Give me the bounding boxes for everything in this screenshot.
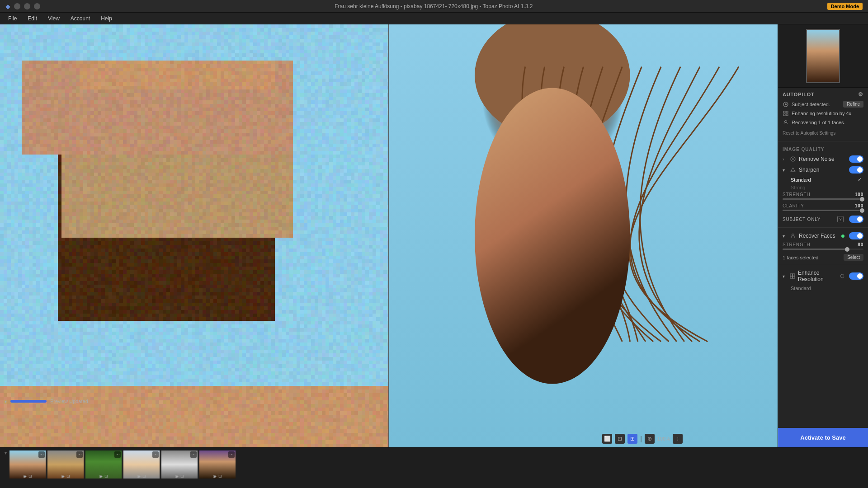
subject-detected-text: Subject detected. <box>792 102 840 107</box>
close-button[interactable] <box>34 3 40 9</box>
recovering-row: Recovering 1 of 1 faces. <box>778 118 868 127</box>
enhancing-text: Enhancing resolution by 4x. <box>792 111 853 116</box>
subject-only-label: SUBJECT ONLY <box>783 217 835 222</box>
thumb-menu-4[interactable]: ⋯ <box>190 451 197 458</box>
clarity-track <box>783 210 863 211</box>
thumbnail-item-0[interactable]: ⋯ ◉ ⊡ <box>9 450 46 486</box>
recover-faces-icon <box>790 233 796 239</box>
layout-side-btn[interactable]: ⊞ <box>627 434 637 444</box>
sharpen-icon <box>790 167 796 173</box>
section-divider-1 <box>778 141 868 141</box>
thumbnail-item-4[interactable]: ⋯ ◉ ⊡ <box>161 450 198 486</box>
autopilot-gear-icon[interactable]: ⚙ <box>858 91 863 98</box>
remove-noise-icon <box>790 156 796 162</box>
thumb-menu-5[interactable]: ⋯ <box>228 451 235 458</box>
sharpen-label: Sharpen <box>799 167 846 173</box>
thumb-action-icon-3b: ⊡ <box>142 474 146 479</box>
clarity-thumb[interactable] <box>860 208 864 213</box>
thumb-action-icon-3a: ◉ <box>137 474 141 479</box>
thumbnail-item-1[interactable]: ⋯ ◉ ⊡ <box>47 450 84 486</box>
expand-icon-btn[interactable]: ↕ <box>673 434 683 444</box>
sharpen-strength-section: STRENGTH 100 <box>778 191 868 202</box>
titlebar-left: ◆ <box>5 3 40 10</box>
thumb-menu-0[interactable]: ⋯ <box>38 451 45 458</box>
enhanced-canvas <box>389 24 778 447</box>
remove-noise-chevron: › <box>783 157 787 162</box>
faces-count-label: 1 faces selected <box>783 255 819 260</box>
enhance-resolution-row[interactable]: ▾ Enhance Resolution <box>778 268 868 284</box>
thumb-action-icon-4b: ⊡ <box>180 474 184 479</box>
recover-faces-toggle[interactable] <box>849 232 863 239</box>
activate-save-button[interactable]: Activate to Save <box>778 428 868 447</box>
recover-faces-strength-section: STRENGTH 80 <box>778 241 868 253</box>
bottom-filmstrip: ▾ ⋯ ◉ ⊡ ⋯ ◉ ⊡ ⋯ ◉ ⊡ <box>0 447 868 488</box>
thumb-menu-1[interactable]: ⋯ <box>76 451 83 458</box>
thumb-menu-2[interactable]: ⋯ <box>114 451 121 458</box>
subject-only-toggle[interactable] <box>849 216 863 223</box>
minimize-button[interactable] <box>14 3 20 9</box>
main-thumbnail <box>806 29 840 83</box>
recover-strength-label: STRENGTH <box>783 242 810 247</box>
strength-thumb[interactable] <box>860 197 864 202</box>
recover-strength-track <box>783 249 863 250</box>
faces-selected-row: 1 faces selected Select <box>778 253 868 262</box>
refine-button[interactable]: Refine <box>843 101 863 108</box>
demo-mode-badge: Demo Mode <box>827 3 863 10</box>
recover-faces-row[interactable]: ▾ Recover Faces <box>778 230 868 241</box>
sharpen-strong-option[interactable]: Strong <box>778 184 868 191</box>
filmstrip-expand-icon[interactable]: ▾ <box>4 450 8 456</box>
app-icon: ◆ <box>5 3 10 10</box>
sharpen-standard-option[interactable]: Standard ✓ <box>778 175 868 184</box>
sharpen-standard-label: Standard <box>791 177 811 183</box>
svg-rect-2 <box>783 111 785 113</box>
svg-rect-11 <box>793 274 795 276</box>
subject-detected-row: Subject detected. Refine <box>778 99 868 109</box>
recover-strength-value: 80 <box>858 242 863 247</box>
sharpen-standard-check: ✓ <box>858 177 862 183</box>
layout-split-btn[interactable]: ⊡ <box>615 434 625 444</box>
svg-marker-8 <box>791 168 795 172</box>
right-sidebar: AUTOPILOT ⚙ Subject detected. Refine Enh… <box>778 24 868 447</box>
enhance-res-toggle[interactable] <box>849 272 863 280</box>
face-ap-icon <box>783 119 789 126</box>
thumb-menu-3[interactable]: ⋯ <box>152 451 159 458</box>
select-faces-button[interactable]: Select <box>844 254 863 261</box>
thumbnail-item-5[interactable]: ⋯ ◉ ⊡ <box>199 450 236 486</box>
svg-rect-12 <box>790 276 793 278</box>
thumbnail-item-3[interactable]: ⋯ ◉ ⊡ <box>123 450 160 486</box>
svg-rect-13 <box>793 276 795 278</box>
clarity-label: CLARITY <box>783 203 804 208</box>
thumb-action-icon-0a: ◉ <box>23 474 27 479</box>
recover-strength-thumb[interactable] <box>845 247 849 252</box>
layout-single-btn[interactable]: ⬜ <box>602 434 612 444</box>
sharpen-strong-label: Strong <box>791 185 805 190</box>
menu-help[interactable]: Help <box>96 14 117 23</box>
original-canvas <box>0 24 388 447</box>
zoom-icon-btn[interactable]: ⊕ <box>645 434 655 444</box>
remove-noise-toggle[interactable] <box>849 155 863 163</box>
image-quality-label: IMAGE QUALITY <box>778 144 868 154</box>
thumbnail-area <box>778 24 868 88</box>
subject-only-info[interactable]: ? <box>837 216 844 222</box>
reset-autopilot-button[interactable]: Reset to Autopilot Settings <box>778 129 868 137</box>
sharpen-toggle[interactable] <box>849 166 863 174</box>
menu-account[interactable]: Account <box>66 14 94 23</box>
menubar: File Edit View Account Help <box>0 13 868 24</box>
clarity-fill <box>783 210 863 211</box>
preview-chevron[interactable]: ▾ <box>5 399 7 404</box>
remove-noise-row[interactable]: › Remove Noise <box>778 154 868 164</box>
main-area: ▾ Preview Updated ⬜ ⊡ ⊞ | ⊕ 100% ↕ AUTOP… <box>0 24 868 447</box>
menu-edit[interactable]: Edit <box>23 14 42 23</box>
enhancing-row: Enhancing resolution by 4x. <box>778 109 868 118</box>
strength-fill <box>783 198 863 200</box>
menu-file[interactable]: File <box>4 14 21 23</box>
thumb-action-icon-0b: ⊡ <box>28 474 32 479</box>
sharpen-row[interactable]: ▾ Sharpen <box>778 164 868 175</box>
section-divider-3 <box>778 265 868 265</box>
maximize-button[interactable] <box>24 3 30 9</box>
clarity-value: 100 <box>855 203 863 208</box>
thumbnail-item-2[interactable]: ⋯ ◉ ⊡ <box>85 450 122 486</box>
menu-view[interactable]: View <box>43 14 64 23</box>
enhance-res-chevron: ▾ <box>783 274 787 279</box>
svg-rect-5 <box>786 114 788 116</box>
